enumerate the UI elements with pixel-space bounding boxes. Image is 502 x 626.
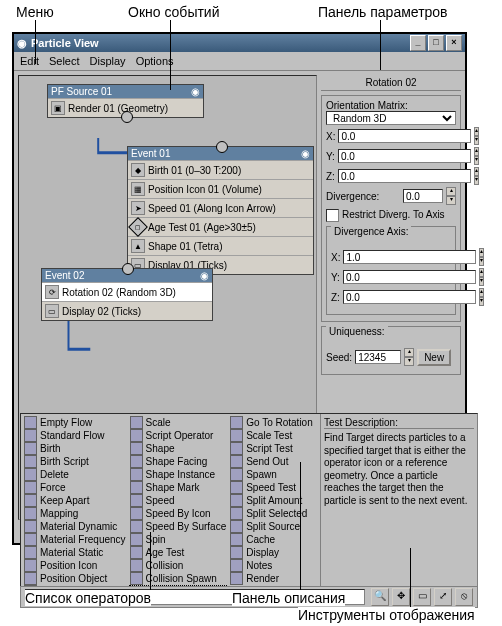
spinner[interactable]: ▴▾ bbox=[404, 348, 414, 366]
tool-zoom-icon[interactable]: 🔍 bbox=[371, 588, 389, 606]
operator-item[interactable]: Material Frequency bbox=[23, 533, 127, 546]
restrict-checkbox[interactable] bbox=[326, 209, 339, 222]
node-row[interactable]: ▲Shape 01 (Tetra) bbox=[128, 236, 313, 255]
operator-item[interactable]: Speed By Surface bbox=[129, 520, 228, 533]
orientation-group: Orientation Matrix: Random 3D X:▴▾ Y:▴▾ … bbox=[321, 95, 461, 322]
lamp-icon[interactable]: ◉ bbox=[301, 148, 310, 159]
dy-input[interactable] bbox=[343, 270, 476, 284]
spinner[interactable]: ▴▾ bbox=[479, 268, 484, 286]
operator-item[interactable]: Age Test bbox=[129, 546, 228, 559]
operator-item[interactable]: Send Out bbox=[229, 455, 318, 468]
node-row[interactable]: ▭Display 02 (Ticks) bbox=[42, 301, 212, 320]
operator-item[interactable]: Speed Test bbox=[229, 481, 318, 494]
operator-item[interactable]: Material Dynamic bbox=[23, 520, 127, 533]
tool-nosign-icon[interactable]: ⦸ bbox=[455, 588, 473, 606]
maximize-button[interactable]: □ bbox=[428, 35, 444, 51]
node-event-02[interactable]: Event 02 ◉ ⟳Rotation 02 (Random 3D) ▭Dis… bbox=[41, 268, 213, 321]
operator-item[interactable]: Spin bbox=[129, 533, 228, 546]
node-row-label: Rotation 02 (Random 3D) bbox=[62, 287, 176, 298]
operator-item[interactable]: Keep Apart bbox=[23, 494, 127, 507]
operator-label: Shape Instance bbox=[146, 469, 216, 480]
seed-input[interactable] bbox=[355, 350, 401, 364]
port-in[interactable] bbox=[216, 141, 228, 153]
operator-item[interactable]: Split Selected bbox=[229, 507, 318, 520]
port-in[interactable] bbox=[122, 263, 134, 275]
operator-item[interactable]: Standard Flow bbox=[23, 429, 127, 442]
annotation-desc: Панель описания bbox=[232, 590, 345, 606]
node-title: PF Source 01 bbox=[51, 86, 112, 97]
operator-item[interactable]: Display bbox=[229, 546, 318, 559]
operator-item[interactable]: Shape Instance bbox=[129, 468, 228, 481]
minimize-button[interactable]: _ bbox=[410, 35, 426, 51]
node-pf-source[interactable]: PF Source 01 ◉ ▣ Render 01 (Geometry) bbox=[47, 84, 204, 118]
orientation-select[interactable]: Random 3D bbox=[326, 111, 456, 125]
operator-item[interactable]: Shape Facing bbox=[129, 455, 228, 468]
close-button[interactable]: × bbox=[446, 35, 462, 51]
seed-label: Seed: bbox=[326, 352, 352, 363]
new-button[interactable]: New bbox=[417, 349, 451, 366]
port-out[interactable] bbox=[121, 111, 133, 123]
y-input[interactable] bbox=[338, 149, 471, 163]
operator-list[interactable]: Empty FlowStandard FlowBirthBirth Script… bbox=[21, 414, 320, 599]
operator-item[interactable]: Birth Script bbox=[23, 455, 127, 468]
operator-item[interactable]: Split Source bbox=[229, 520, 318, 533]
operator-item[interactable]: Speed bbox=[129, 494, 228, 507]
operator-item[interactable]: Split Amount bbox=[229, 494, 318, 507]
operator-item[interactable]: Cache bbox=[229, 533, 318, 546]
spinner[interactable]: ▴▾ bbox=[479, 248, 484, 266]
node-row[interactable]: ◇Age Test 01 (Age>30±5) bbox=[128, 217, 313, 236]
operator-item[interactable]: Script Test bbox=[229, 442, 318, 455]
operator-item[interactable]: Position Icon bbox=[23, 559, 127, 572]
divergence-input[interactable] bbox=[403, 189, 443, 203]
operator-item[interactable]: Scale Test bbox=[229, 429, 318, 442]
operator-label: Scale bbox=[146, 417, 171, 428]
x-input[interactable] bbox=[338, 129, 471, 143]
menu-edit[interactable]: Edit bbox=[20, 55, 39, 67]
operator-item[interactable]: Shape bbox=[129, 442, 228, 455]
lamp-icon[interactable]: ◉ bbox=[200, 270, 209, 281]
operator-item[interactable]: Position Object bbox=[23, 572, 127, 585]
spinner[interactable]: ▴▾ bbox=[479, 288, 484, 306]
tool-extents-icon[interactable]: ⤢ bbox=[434, 588, 452, 606]
menu-select[interactable]: Select bbox=[49, 55, 80, 67]
operator-item[interactable]: Collision Spawn bbox=[129, 572, 228, 585]
operator-item[interactable]: Scale bbox=[129, 416, 228, 429]
dx-input[interactable] bbox=[343, 250, 476, 264]
tool-region-icon[interactable]: ▭ bbox=[413, 588, 431, 606]
operator-item[interactable]: Shape Mark bbox=[129, 481, 228, 494]
menu-display[interactable]: Display bbox=[90, 55, 126, 67]
operator-icon bbox=[230, 494, 243, 507]
node-event-01[interactable]: Event 01 ◉ ◆Birth 01 (0–30 T:200) ▦Posit… bbox=[127, 146, 314, 275]
operator-item[interactable]: Spawn bbox=[229, 468, 318, 481]
operator-item[interactable]: Material Static bbox=[23, 546, 127, 559]
dz-input[interactable] bbox=[343, 290, 476, 304]
spinner[interactable]: ▴▾ bbox=[474, 147, 479, 165]
operator-item[interactable]: Speed By Icon bbox=[129, 507, 228, 520]
titlebar[interactable]: ◉ Particle View _ □ × bbox=[14, 34, 465, 52]
node-row[interactable]: ⟳Rotation 02 (Random 3D) bbox=[42, 282, 212, 301]
z-input[interactable] bbox=[338, 169, 471, 183]
operator-icon bbox=[230, 520, 243, 533]
node-row[interactable]: ▦Position Icon 01 (Volume) bbox=[128, 179, 313, 198]
spinner[interactable]: ▴▾ bbox=[474, 167, 479, 185]
spinner[interactable]: ▴▾ bbox=[474, 127, 479, 145]
operator-label: Position Icon bbox=[40, 560, 97, 571]
node-row[interactable]: ◆Birth 01 (0–30 T:200) bbox=[128, 160, 313, 179]
lamp-icon[interactable]: ◉ bbox=[191, 86, 200, 97]
node-header[interactable]: PF Source 01 ◉ bbox=[48, 85, 203, 98]
node-row[interactable]: ➤Speed 01 (Along Icon Arrow) bbox=[128, 198, 313, 217]
operator-item[interactable]: Birth bbox=[23, 442, 127, 455]
operator-item[interactable]: Script Operator bbox=[129, 429, 228, 442]
operator-item[interactable]: Collision bbox=[129, 559, 228, 572]
operator-item[interactable]: Force bbox=[23, 481, 127, 494]
operator-item[interactable]: Mapping bbox=[23, 507, 127, 520]
spinner[interactable]: ▴▾ bbox=[446, 187, 456, 205]
operator-item[interactable]: Empty Flow bbox=[23, 416, 127, 429]
operator-item[interactable]: Render bbox=[229, 572, 318, 585]
menu-options[interactable]: Options bbox=[136, 55, 174, 67]
operator-item[interactable]: Notes bbox=[229, 559, 318, 572]
operator-item[interactable]: Go To Rotation bbox=[229, 416, 318, 429]
app-icon: ◉ bbox=[17, 37, 27, 50]
operator-item[interactable]: Delete bbox=[23, 468, 127, 481]
tool-pan-icon[interactable]: ✥ bbox=[392, 588, 410, 606]
